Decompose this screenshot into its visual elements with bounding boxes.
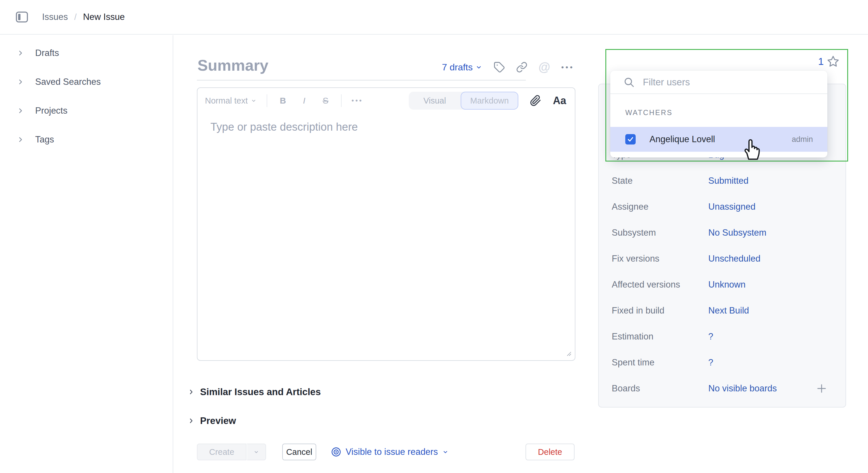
chevron-right-icon: [187, 417, 195, 424]
sidebar-item-label: Tags: [35, 135, 54, 145]
watchers-popup: WATCHERS Angelique Lovell admin: [610, 71, 827, 157]
field-label: Fixed in build: [612, 305, 708, 316]
field-value[interactable]: ?: [708, 331, 713, 342]
editor-mode-switch: Visual Markdown: [409, 92, 518, 110]
sidebar: Drafts Saved Searches Projects Tags: [0, 35, 173, 473]
field-row-spent-time: Spent time ?: [599, 350, 845, 376]
description-editor: Normal text B I S ••• Visual Markdown Aa: [197, 87, 576, 361]
sidebar-item-label: Projects: [35, 106, 67, 116]
sidebar-item-saved-searches[interactable]: Saved Searches: [0, 67, 173, 96]
field-value[interactable]: Next Build: [708, 305, 749, 316]
similar-issues-section[interactable]: Similar Issues and Articles: [187, 386, 321, 397]
preview-section[interactable]: Preview: [187, 415, 236, 426]
breadcrumb: Issues / New Issue: [42, 12, 125, 22]
add-board-icon[interactable]: [815, 382, 828, 394]
field-row-fix-versions: Fix versions Unscheduled: [599, 246, 845, 272]
toolbar-separator: [267, 94, 267, 107]
field-row-assignee: Assignee Unassigned: [599, 194, 845, 220]
field-row-estimation: Estimation ?: [599, 324, 845, 350]
new-issue-page: Issues / New Issue Drafts Saved Searches…: [0, 0, 868, 473]
chevron-right-icon: [16, 135, 25, 144]
tab-markdown[interactable]: Markdown: [461, 92, 518, 110]
field-value[interactable]: ?: [708, 357, 713, 368]
actions-row: Create Cancel Visible to issue readers D…: [197, 444, 575, 460]
tag-icon[interactable]: [494, 61, 505, 73]
breadcrumb-separator: /: [74, 12, 77, 22]
link-icon[interactable]: [516, 61, 528, 73]
mention-icon[interactable]: @: [538, 60, 550, 74]
editor-toolbar: Normal text B I S ••• Visual Markdown Aa: [197, 88, 575, 113]
field-label: Boards: [612, 383, 708, 394]
filter-users-input[interactable]: [643, 77, 804, 88]
search-icon: [623, 77, 635, 88]
cancel-button[interactable]: Cancel: [282, 444, 316, 460]
field-row-state: State Submitted: [599, 168, 845, 194]
user-name: Angelique Lovell: [650, 134, 715, 145]
field-row-subsystem: Subsystem No Subsystem: [599, 220, 845, 246]
tab-visual[interactable]: Visual: [409, 92, 461, 110]
field-value[interactable]: Unscheduled: [708, 254, 761, 264]
field-value[interactable]: Unknown: [708, 279, 745, 290]
sidebar-item-tags[interactable]: Tags: [0, 125, 173, 154]
create-dropdown-button[interactable]: [247, 444, 266, 460]
sidebar-item-label: Drafts: [35, 48, 59, 58]
field-label: Estimation: [612, 331, 708, 342]
field-label: Assignee: [612, 202, 708, 212]
field-label: Affected versions: [612, 279, 708, 290]
visibility-label: Visible to issue readers: [346, 447, 438, 457]
breadcrumb-issues-link[interactable]: Issues: [42, 12, 68, 22]
paragraph-style-dropdown[interactable]: Normal text: [205, 96, 257, 106]
section-title: Preview: [200, 415, 236, 426]
check-icon: [627, 136, 634, 143]
sidebar-toggle-icon[interactable]: [15, 11, 29, 23]
sidebar-item-drafts[interactable]: Drafts: [0, 39, 173, 67]
chevron-right-icon: [187, 388, 195, 396]
strikethrough-button[interactable]: S: [320, 96, 331, 106]
visibility-dropdown[interactable]: Visible to issue readers: [331, 446, 449, 457]
chevron-down-icon: [442, 448, 449, 455]
field-row-fixed-in-build: Fixed in build Next Build: [599, 298, 845, 324]
page-title: New Issue: [83, 12, 125, 22]
watchers-star-control[interactable]: 1: [818, 55, 840, 68]
watcher-user-row[interactable]: Angelique Lovell admin: [610, 127, 827, 152]
chevron-right-icon: [16, 49, 25, 57]
sidebar-item-label: Saved Searches: [35, 77, 101, 87]
field-label: Spent time: [612, 357, 708, 368]
toolbar-more-icon[interactable]: •••: [351, 97, 363, 105]
field-value[interactable]: No Subsystem: [708, 228, 767, 238]
field-value[interactable]: Submitted: [708, 176, 749, 186]
chevron-down-icon: [253, 449, 259, 455]
bold-button[interactable]: B: [277, 96, 288, 106]
chevron-right-icon: [16, 107, 25, 115]
chevron-down-icon: [250, 97, 257, 104]
filter-users-row: [610, 71, 827, 94]
text-format-button[interactable]: Aa: [553, 95, 566, 107]
drafts-dropdown[interactable]: 7 drafts: [442, 62, 483, 73]
drafts-label: 7 drafts: [442, 62, 473, 73]
create-button[interactable]: Create: [197, 444, 246, 460]
toolbar-separator: [341, 94, 342, 107]
field-value[interactable]: Unassigned: [708, 202, 755, 212]
watchers-count: 1: [818, 56, 824, 67]
field-value[interactable]: No visible boards: [708, 383, 777, 394]
sidebar-item-projects[interactable]: Projects: [0, 96, 173, 125]
user-role-badge: admin: [792, 135, 813, 144]
more-options-icon[interactable]: •••: [561, 63, 574, 72]
italic-button[interactable]: I: [298, 96, 310, 106]
resize-handle-icon[interactable]: [566, 350, 572, 358]
field-label: Fix versions: [612, 254, 708, 264]
delete-button[interactable]: Delete: [526, 444, 575, 460]
top-bar: Issues / New Issue: [0, 0, 868, 35]
description-field-area: [197, 114, 575, 360]
field-row-boards: Boards No visible boards: [599, 376, 845, 402]
user-checkbox[interactable]: [625, 134, 636, 145]
chevron-down-icon: [475, 63, 483, 71]
watchers-section-title: WATCHERS: [625, 109, 827, 117]
description-input[interactable]: [197, 114, 575, 360]
attachment-icon[interactable]: [530, 95, 541, 107]
title-actions: 7 drafts @ •••: [427, 58, 574, 77]
paragraph-style-label: Normal text: [205, 96, 248, 106]
chevron-right-icon: [16, 78, 25, 86]
field-label: State: [612, 176, 708, 186]
field-row-affected-versions: Affected versions Unknown: [599, 272, 845, 298]
